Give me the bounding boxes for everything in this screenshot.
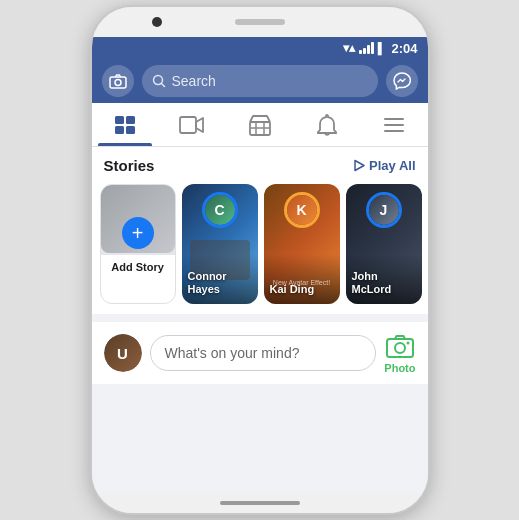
story-card-john[interactable]: J John McLord <box>346 184 422 304</box>
time-display: 2:04 <box>391 41 417 56</box>
story-card-connor[interactable]: C Connor Hayes <box>182 184 258 304</box>
tab-notifications[interactable] <box>293 103 360 146</box>
story-label-connor: Connor Hayes <box>188 270 252 296</box>
svg-rect-6 <box>115 126 124 134</box>
phone-frame: ▾▴ ▌ 2:04 Searc <box>90 5 430 515</box>
phone-bottom-chrome <box>92 493 428 513</box>
story-avatar-john: J <box>369 195 399 225</box>
front-camera <box>152 17 162 27</box>
play-all-button[interactable]: Play All <box>353 158 415 173</box>
stories-title: Stories <box>104 157 155 174</box>
search-placeholder: Search <box>172 73 216 89</box>
tab-menu[interactable] <box>360 103 427 146</box>
story-avatar-connor: C <box>205 195 235 225</box>
story-avatar-ring-kai: K <box>284 192 320 228</box>
post-placeholder: What's on your mind? <box>165 345 300 361</box>
tab-video[interactable] <box>159 103 226 146</box>
svg-rect-4 <box>115 116 124 124</box>
add-story-plus: + <box>122 217 154 249</box>
status-icons: ▾▴ ▌ 2:04 <box>343 41 418 56</box>
svg-rect-0 <box>110 77 126 88</box>
search-bar[interactable]: Search <box>142 65 378 97</box>
svg-rect-7 <box>126 126 135 134</box>
phone-top-chrome <box>92 7 428 37</box>
svg-rect-8 <box>180 117 196 133</box>
stories-header: Stories Play All <box>92 147 428 180</box>
add-story-top: + <box>101 185 175 255</box>
signal-icon <box>359 42 374 54</box>
messenger-button[interactable] <box>386 65 418 97</box>
photo-label: Photo <box>384 362 415 374</box>
svg-line-3 <box>161 84 164 87</box>
add-story-label: Add Story <box>101 255 175 274</box>
status-bar: ▾▴ ▌ 2:04 <box>92 37 428 59</box>
svg-rect-16 <box>387 339 413 357</box>
story-card-kai[interactable]: New Avatar Effect! K Kai Ding <box>264 184 340 304</box>
stories-row: + Add Story C Connor Hayes <box>92 180 428 314</box>
svg-rect-5 <box>126 116 135 124</box>
photo-button[interactable]: Photo <box>384 332 415 374</box>
svg-point-18 <box>406 342 409 345</box>
story-avatar-ring-john: J <box>366 192 402 228</box>
whats-on-your-mind-input[interactable]: What's on your mind? <box>150 335 377 371</box>
play-all-label: Play All <box>369 158 415 173</box>
add-story-card[interactable]: + Add Story <box>100 184 176 304</box>
tab-marketplace[interactable] <box>226 103 293 146</box>
story-avatar-ring-connor: C <box>202 192 238 228</box>
tab-home[interactable] <box>92 103 159 146</box>
stories-section: Stories Play All + Add Story <box>92 147 428 314</box>
story-avatar-kai: K <box>287 195 317 225</box>
post-creation-box: U What's on your mind? Photo <box>92 322 428 384</box>
camera-button[interactable] <box>102 65 134 97</box>
photo-icon <box>386 332 414 360</box>
home-indicator <box>220 501 300 505</box>
main-content: Stories Play All + Add Story <box>92 147 428 493</box>
svg-point-1 <box>115 80 121 86</box>
speaker <box>235 19 285 25</box>
navigation-tabs <box>92 103 428 147</box>
story-label-john: John McLord <box>352 270 416 296</box>
facebook-header: Search <box>92 59 428 103</box>
wifi-icon: ▾▴ <box>343 41 355 55</box>
battery-icon: ▌ <box>378 42 386 54</box>
svg-point-17 <box>395 343 405 353</box>
user-avatar: U <box>104 334 142 372</box>
story-label-kai: Kai Ding <box>270 283 334 296</box>
